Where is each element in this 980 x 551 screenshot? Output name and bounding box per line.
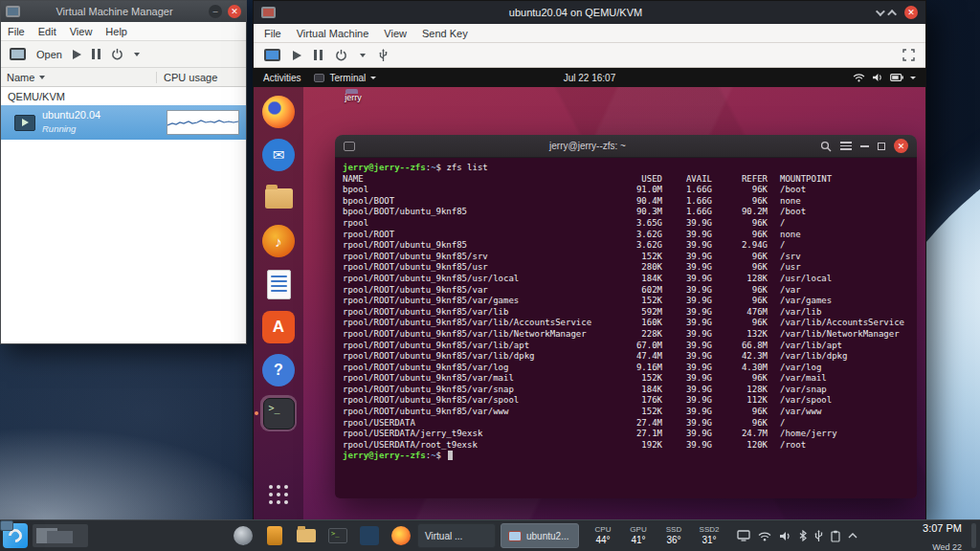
file-manager-icon[interactable] <box>295 524 318 547</box>
host-desktop: Virtual Machine Manager – ✕ FileEditView… <box>0 0 980 551</box>
usb-redirect-icon[interactable] <box>378 49 389 62</box>
search-icon[interactable] <box>820 141 832 152</box>
terminal-tab-icon[interactable] <box>344 142 355 151</box>
zfs-dataset-row: rpool/ROOT/ubuntu_9knf85/usr 280K 39.9G … <box>343 262 909 274</box>
qemu-menu-item[interactable]: Send Key <box>422 28 468 39</box>
vmm-menu-item[interactable]: Help <box>105 26 127 37</box>
menu-icon[interactable] <box>840 142 852 150</box>
help-icon[interactable]: ? <box>260 352 297 388</box>
qemu-menu-item[interactable]: Virtual Machine <box>297 28 369 39</box>
zfs-dataset-row: rpool/ROOT/ubuntu_9knf85 3.62G 39.9G 2.9… <box>343 240 909 252</box>
konsole-icon[interactable] <box>326 524 349 547</box>
column-header-cpu[interactable]: CPU usage <box>156 72 240 83</box>
zfs-header-row: NAME USED AVAIL REFER MOUNTPOINT <box>343 174 909 186</box>
vmm-toolbar: Open <box>1 41 246 68</box>
terminal-maximize-button[interactable] <box>878 143 885 150</box>
dark-app-icon[interactable] <box>358 524 381 547</box>
firefox-glyph <box>262 96 295 128</box>
pause-vm-icon[interactable] <box>92 49 100 59</box>
zfs-dataset-row: bpool 91.0M 1.66G 96K /boot <box>343 185 909 196</box>
shutdown-vm-icon[interactable] <box>111 48 123 60</box>
home-folder-shortcut[interactable]: jerry <box>324 93 382 102</box>
power-icon[interactable] <box>335 49 347 61</box>
guest-dock: ✉ ♪ A ? >_ <box>254 87 303 519</box>
open-button[interactable]: Open <box>36 49 62 60</box>
pause-icon[interactable] <box>314 50 323 60</box>
display-tray-icon[interactable] <box>737 530 750 541</box>
terminal-minimize-button[interactable] <box>860 145 869 147</box>
qemu-menubar: FileVirtual MachineViewSend Key <box>254 24 925 43</box>
ubuntu-software-icon[interactable]: A <box>260 309 297 345</box>
terminal-close-button[interactable]: ✕ <box>894 139 908 153</box>
firefox-icon[interactable] <box>260 94 297 130</box>
usb-tray-icon[interactable] <box>814 530 823 542</box>
guest-clock[interactable]: Jul 22 16:07 <box>564 73 616 83</box>
tray-expand-icon[interactable] <box>848 533 858 539</box>
qemu-toolbar <box>254 43 925 68</box>
run-icon[interactable] <box>293 51 301 60</box>
terminal-glyph: >_ <box>263 398 295 430</box>
vm-status: Running <box>42 123 76 134</box>
virtual-desktop-pager[interactable] <box>33 524 88 547</box>
vmm-menu-item[interactable]: Edit <box>38 26 56 37</box>
zfs-dataset-row: bpool/BOOT/ubuntu_9knf85 90.3M 1.66G 90.… <box>343 207 909 218</box>
vmm-minimize-button[interactable]: – <box>209 5 222 18</box>
taskbar-clock[interactable]: 3:07 PM Wed 22 <box>923 518 962 551</box>
vm-row-ubuntu[interactable]: ubuntu20.04 Running <box>1 105 246 140</box>
vmm-menu-item[interactable]: View <box>70 26 93 37</box>
vmm-close-button[interactable]: ✕ <box>228 5 241 18</box>
temperature-monitor[interactable]: GPU 41° <box>624 526 653 545</box>
zfs-dataset-row: rpool/ROOT/ubuntu_9knf85/var/games 152K … <box>343 296 909 307</box>
vmm-menubar: FileEditViewHelp <box>1 22 246 41</box>
orange-app-icon[interactable] <box>263 524 286 547</box>
zfs-dataset-row: rpool/ROOT/ubuntu_9knf85/var/www 152K 39… <box>343 407 909 418</box>
vm-task-icon <box>508 531 522 541</box>
zfs-dataset-row: rpool/ROOT/ubuntu_9knf85/usr/local 184K … <box>343 274 909 285</box>
temperature-monitor[interactable]: SSD 36° <box>659 526 688 545</box>
help-glyph: ? <box>262 354 295 386</box>
show-desktop-button[interactable] <box>971 523 976 548</box>
libreoffice-writer-icon[interactable] <box>260 266 297 302</box>
activities-button[interactable]: Activities <box>263 73 301 83</box>
bluetooth-tray-icon[interactable] <box>799 530 807 541</box>
temperature-monitor[interactable]: SSD2 31° <box>695 526 724 545</box>
qemu-close-button[interactable]: ✕ <box>904 6 918 19</box>
vmm-titlebar[interactable]: Virtual Machine Manager – ✕ <box>1 1 246 22</box>
vmm-task-label: Virtual ... <box>425 531 462 541</box>
network-tray-icon[interactable] <box>758 531 771 541</box>
qemu-menu-item[interactable]: View <box>384 28 407 39</box>
focused-app-menu[interactable]: Terminal <box>314 73 376 83</box>
new-vm-icon[interactable] <box>10 48 26 60</box>
terminal-output[interactable]: jerry@jerry--zfs:~$ zfs list NAME USED A… <box>335 158 917 498</box>
files-icon[interactable] <box>260 180 297 216</box>
fullscreen-icon[interactable] <box>902 49 915 61</box>
firefox-taskbar-icon[interactable] <box>390 524 412 547</box>
shutdown-menu-caret-icon[interactable] <box>134 53 140 56</box>
terminal-dock-icon[interactable]: >_ <box>260 395 297 431</box>
qemu-restore-icon[interactable] <box>876 7 885 16</box>
app-grid-icon[interactable] <box>260 476 297 513</box>
task-button-vmm[interactable]: Virtual ... <box>417 523 496 548</box>
zfs-dataset-row: rpool/USERDATA/jerry_t9exsk 27.1M 39.9G … <box>343 429 909 440</box>
volume-tray-icon[interactable] <box>779 531 791 541</box>
zfs-dataset-row: rpool/ROOT 3.62G 39.9G 96K none <box>343 230 909 241</box>
qemu-titlebar[interactable]: ubuntu20.04 on QEMU/KVM ✕ <box>254 1 925 24</box>
console-icon[interactable] <box>264 49 280 61</box>
round-app-icon[interactable] <box>232 524 255 547</box>
qemu-maximize-icon[interactable] <box>887 9 897 18</box>
thunderbird-icon[interactable]: ✉ <box>260 137 297 173</box>
vm-meta: ubuntu20.04 Running <box>42 109 160 136</box>
qemu-menu-item[interactable]: File <box>264 28 281 39</box>
guest-terminal-window: jerry@jerry--zfs: ~ ✕ jerry@jerry--zfs:~… <box>335 135 917 498</box>
terminal-titlebar[interactable]: jerry@jerry--zfs: ~ ✕ <box>335 135 917 158</box>
column-header-name[interactable]: Name <box>7 72 156 83</box>
connection-row-qemu-kvm[interactable]: QEMU/KVM <box>1 87 246 105</box>
power-menu-caret-icon[interactable] <box>360 54 366 57</box>
task-button-ubuntu-vm[interactable]: ubuntu2... <box>501 523 579 548</box>
temperature-monitor[interactable]: CPU 44° <box>589 526 617 545</box>
run-vm-icon[interactable] <box>73 50 81 59</box>
vmm-menu-item[interactable]: File <box>8 26 25 37</box>
clipboard-tray-icon[interactable] <box>831 530 840 542</box>
rhythmbox-icon[interactable]: ♪ <box>260 223 297 259</box>
guest-status-area[interactable] <box>853 73 916 82</box>
